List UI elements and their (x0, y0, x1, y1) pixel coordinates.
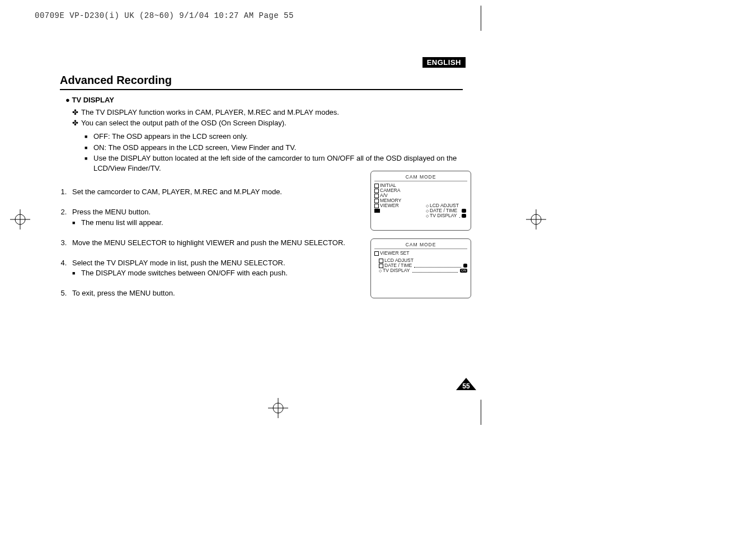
step-text: To exit, press the MENU button. (72, 289, 175, 297)
osd-screen-1: CAM MODE INITIAL CAMERA A/V MEMORY VIEWE… (370, 171, 471, 231)
dots-leader (414, 264, 461, 268)
menu-left-item: VIEWER (380, 203, 399, 208)
menu-right-item: TV DISPLAY (430, 213, 457, 218)
menu-box-icon (374, 189, 379, 193)
value-pill (462, 209, 466, 213)
menu-box-icon (374, 194, 379, 198)
osd-title: CAM MODE (374, 174, 467, 181)
value-pill: ON (460, 269, 467, 273)
menu-box-icon (374, 204, 379, 208)
intro-square-item: OFF: The OSD appears in the LCD screen o… (84, 132, 463, 142)
value-pill (462, 214, 466, 218)
crop-tick-icon (481, 6, 481, 31)
intro-bullet: The TV DISPLAY function works in CAM, PL… (72, 107, 463, 118)
osd-subheading: VIEWER SET (380, 251, 409, 256)
registration-mark-icon (268, 398, 288, 418)
language-badge: ENGLISH (422, 57, 466, 68)
diamond-icon: ◇ (426, 214, 429, 218)
return-icon (374, 209, 380, 213)
intro-square-list: OFF: The OSD appears in the LCD screen o… (84, 132, 463, 174)
crop-tick-icon (481, 400, 481, 425)
dots-leader (459, 214, 460, 218)
menu-item-label: TV DISPLAY (383, 268, 410, 273)
step-text: Press the MENU button. (72, 208, 151, 216)
step-text: Select the TV DISPLAY mode in list, push… (72, 259, 285, 267)
menu-box-icon (374, 184, 379, 188)
diamond-icon: ◇ (426, 209, 429, 213)
menu-box-icon (374, 251, 379, 256)
sub-heading: TV DISPLAY (65, 96, 463, 104)
print-header-text: 00709E VP-D230(i) UK (28~60) 9/1/04 10:2… (35, 11, 294, 20)
registration-mark-icon (526, 209, 546, 229)
osd-title: CAM MODE (374, 241, 467, 249)
section-title: Advanced Recording (60, 74, 463, 90)
page-number: 55 (456, 382, 476, 390)
intro-square-item: ON: The OSD appears in the LCD screen, V… (84, 143, 463, 153)
osd-screen-2: CAM MODE VIEWER SET LCD ADJUST DATE / TI… (370, 238, 471, 298)
step-text: Set the camcorder to CAM, PLAYER, M.REC … (72, 188, 282, 196)
diamond-icon: ◇ (379, 269, 382, 273)
intro-bullet-list: The TV DISPLAY function works in CAM, PL… (72, 107, 463, 128)
step-text: Move the MENU SELECTOR to highlight VIEW… (72, 238, 345, 247)
menu-box-icon (374, 199, 379, 203)
value-pill (463, 264, 467, 268)
registration-mark-icon (10, 209, 30, 229)
dots-leader (412, 269, 458, 273)
menu-box-icon (379, 259, 383, 263)
intro-bullet: You can select the output path of the OS… (72, 118, 463, 128)
diamond-icon: ◇ (426, 204, 429, 208)
